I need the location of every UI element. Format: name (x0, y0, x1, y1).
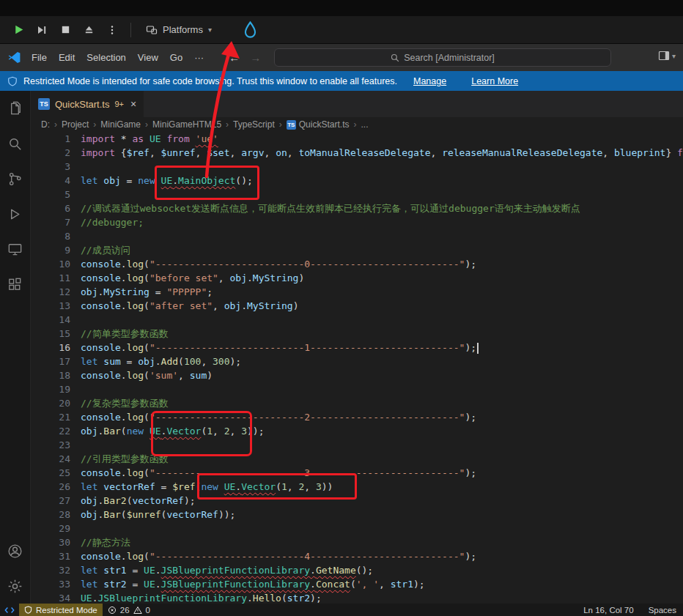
code-text[interactable] (70, 160, 81, 174)
breadcrumb-item[interactable]: D: (41, 119, 50, 130)
line-number[interactable]: 22 (31, 424, 70, 438)
problems-status[interactable]: 26 0 (103, 604, 155, 616)
line-number[interactable]: 12 (31, 285, 70, 299)
cursor-position-status[interactable]: Ln 16, Col 70 (578, 606, 638, 615)
line-number[interactable]: 1 (31, 132, 70, 146)
line-number[interactable]: 24 (31, 452, 70, 466)
code-text[interactable] (70, 188, 81, 201)
learn-more-link[interactable]: Learn More (471, 76, 518, 86)
code-text[interactable]: console.log("--------------------------0… (70, 257, 476, 271)
stop-button[interactable] (56, 21, 75, 40)
line-number[interactable]: 11 (31, 271, 70, 285)
line-number[interactable]: 20 (31, 396, 70, 410)
code-text[interactable]: //成员访问 (70, 243, 130, 257)
restricted-mode-status[interactable]: Restricted Mode (19, 604, 103, 616)
back-arrow-icon[interactable]: ← (229, 51, 240, 64)
line-number[interactable]: 2 (31, 146, 70, 160)
layout-toggle-button[interactable]: ▾ (658, 50, 676, 62)
line-number[interactable]: 30 (31, 535, 70, 549)
code-text[interactable]: let sum = obj.Add(100, 300); (70, 355, 241, 368)
eject-button[interactable] (79, 21, 98, 40)
code-text[interactable] (70, 438, 81, 452)
code-text[interactable]: //debugger; (70, 215, 144, 229)
remote-indicator[interactable] (0, 604, 19, 616)
platforms-dropdown[interactable]: Platforms ▾ (140, 21, 218, 39)
code-text[interactable]: //调试器通过websocket发送断点信息，可能断点生效前脚本已经执行完备，可… (70, 201, 580, 215)
code-text[interactable]: obj.Bar2(vectorRef); (70, 494, 196, 508)
code-text[interactable]: console.log("before set", obj.MyString) (70, 271, 304, 285)
breadcrumb-item[interactable]: TypeScript (233, 119, 275, 130)
line-number[interactable]: 7 (31, 215, 70, 229)
code-text[interactable]: //静态方法 (70, 535, 130, 549)
line-number[interactable]: 29 (31, 522, 70, 535)
line-number[interactable]: 8 (31, 229, 70, 243)
more-options-button[interactable] (103, 21, 122, 40)
search-input[interactable]: Search [Administrator] (274, 48, 611, 67)
menu-item-edit[interactable]: Edit (53, 48, 81, 67)
activity-remote-explorer[interactable] (0, 231, 30, 267)
menu-item-go[interactable]: Go (164, 48, 188, 67)
activity-explorer[interactable] (0, 91, 30, 126)
code-text[interactable]: console.log("--------------------------1… (70, 341, 479, 355)
line-number[interactable]: 3 (31, 160, 70, 174)
code-text[interactable]: //引用类型参数函数 (70, 452, 169, 466)
code-text[interactable]: //简单类型参数函数 (70, 327, 169, 341)
activity-search[interactable] (0, 126, 30, 161)
line-number[interactable]: 21 (31, 410, 70, 424)
line-number[interactable]: 27 (31, 494, 70, 508)
line-number[interactable]: 18 (31, 368, 70, 382)
code-text[interactable]: obj.Bar($unref(vectorRef)); (70, 508, 235, 522)
line-number[interactable]: 13 (31, 299, 70, 313)
menu-item-view[interactable]: View (132, 48, 164, 67)
code-text[interactable] (70, 382, 81, 396)
line-number[interactable]: 33 (31, 577, 70, 591)
code-text[interactable] (70, 522, 81, 535)
manage-link[interactable]: Manage (413, 76, 446, 86)
line-number[interactable]: 9 (31, 243, 70, 257)
line-number[interactable]: 16 (31, 341, 70, 355)
breadcrumb-item[interactable]: MiniGame (100, 119, 141, 130)
code-text[interactable]: console.log("--------------------------4… (70, 549, 476, 563)
line-number[interactable]: 26 (31, 480, 70, 494)
forward-arrow-icon[interactable]: → (250, 51, 261, 64)
code-text[interactable]: import * as UE from 'ue' (70, 132, 218, 146)
play-button[interactable] (9, 21, 28, 40)
line-number[interactable]: 6 (31, 201, 70, 215)
activity-source-control[interactable] (0, 161, 30, 196)
line-number[interactable]: 34 (31, 591, 70, 604)
menu-item-more[interactable]: ··· (188, 48, 210, 67)
line-number[interactable]: 17 (31, 355, 70, 368)
close-icon[interactable]: × (130, 98, 136, 110)
code-text[interactable]: import {$ref, $unref, $set, argv, on, to… (70, 146, 683, 160)
code-text[interactable]: let str1 = UE.JSBlueprintFunctionLibrary… (70, 563, 373, 577)
code-text[interactable]: console.log("after set", obj.MyString) (70, 299, 298, 313)
code-text[interactable]: let str2 = UE.JSBlueprintFunctionLibrary… (70, 577, 425, 591)
line-number[interactable]: 32 (31, 563, 70, 577)
breadcrumb-item[interactable]: ... (361, 119, 368, 130)
line-number[interactable]: 31 (31, 549, 70, 563)
code-text[interactable] (70, 229, 81, 243)
code-text[interactable] (70, 313, 81, 327)
line-number[interactable]: 5 (31, 188, 70, 201)
line-number[interactable]: 23 (31, 438, 70, 452)
code-text[interactable]: obj.Bar(new UE.Vector(1, 2, 3)); (70, 424, 265, 438)
activity-run-debug[interactable] (0, 196, 30, 231)
indentation-status[interactable]: Spaces (643, 606, 682, 615)
code-text[interactable]: //复杂类型参数函数 (70, 396, 169, 410)
line-number[interactable]: 28 (31, 508, 70, 522)
activity-extensions[interactable] (0, 267, 30, 302)
menu-item-file[interactable]: File (26, 48, 53, 67)
code-editor[interactable]: 1import * as UE from 'ue'2import {$ref, … (31, 132, 683, 604)
tab-quickstart[interactable]: TS QuickStart.ts 9+ × (31, 91, 144, 117)
activity-settings[interactable] (0, 568, 30, 604)
line-number[interactable]: 14 (31, 313, 70, 327)
line-number[interactable]: 25 (31, 466, 70, 480)
code-text[interactable]: obj.MyString = "PPPPP"; (70, 285, 213, 299)
code-text[interactable]: console.log("--------------------------2… (70, 410, 476, 424)
breadcrumb-item[interactable]: Project (62, 119, 89, 130)
line-number[interactable]: 10 (31, 257, 70, 271)
line-number[interactable]: 4 (31, 174, 70, 188)
line-number[interactable]: 19 (31, 382, 70, 396)
breadcrumb-item[interactable]: MiniGameHTML5 (152, 119, 221, 130)
code-text[interactable]: UE.JSBlueprintFunctionLibrary.Hello(str2… (70, 591, 322, 604)
